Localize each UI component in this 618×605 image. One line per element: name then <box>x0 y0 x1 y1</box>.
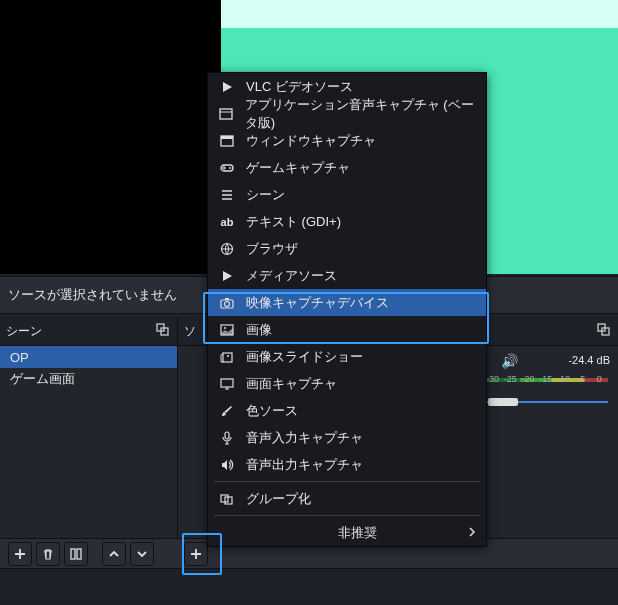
menu-item[interactable]: 画面キャプチャ <box>208 370 486 397</box>
svg-rect-9 <box>221 165 233 171</box>
add-source-menu: VLC ビデオソースアプリケーション音声キャプチャ (ベータ版)ウィンドウキャプ… <box>207 72 487 547</box>
menu-item-label: シーン <box>246 186 285 204</box>
svg-rect-0 <box>157 324 164 331</box>
scene-item[interactable]: ゲーム画面 <box>0 368 177 390</box>
chevron-right-icon <box>468 525 476 540</box>
svg-point-16 <box>224 327 226 329</box>
svg-point-10 <box>229 167 231 169</box>
svg-rect-19 <box>221 379 233 387</box>
move-down-button[interactable] <box>130 542 154 566</box>
menu-item[interactable]: メディアソース <box>208 262 486 289</box>
move-up-button[interactable] <box>102 542 126 566</box>
menu-item-label: アプリケーション音声キャプチャ (ベータ版) <box>245 96 486 132</box>
menu-item-label: VLC ビデオソース <box>246 78 353 96</box>
play-icon <box>218 269 236 283</box>
svg-rect-15 <box>221 325 233 335</box>
dock-icon[interactable] <box>596 322 612 341</box>
menu-item[interactable]: 画像 <box>208 316 486 343</box>
svg-rect-8 <box>221 136 233 139</box>
speaker-icon: 🔊 <box>501 353 518 369</box>
svg-point-18 <box>227 355 229 357</box>
svg-rect-1 <box>161 328 168 335</box>
svg-rect-4 <box>71 549 75 559</box>
globe-icon <box>218 242 236 256</box>
scene-filters-button[interactable] <box>64 542 88 566</box>
menu-item-label: 画像スライドショー <box>246 348 363 366</box>
svg-rect-14 <box>225 298 229 300</box>
sources-title: ソ <box>184 323 196 340</box>
menu-item-label: テキスト (GDI+) <box>246 213 341 231</box>
remove-scene-button[interactable] <box>36 542 60 566</box>
svg-point-13 <box>225 301 230 306</box>
image-icon <box>218 323 236 337</box>
svg-rect-12 <box>221 300 233 308</box>
menu-item[interactable]: グループ化 <box>208 485 486 512</box>
menu-separator <box>214 515 480 516</box>
svg-rect-5 <box>77 549 81 559</box>
menu-item[interactable]: アプリケーション音声キャプチャ (ベータ版) <box>208 100 486 127</box>
svg-rect-3 <box>602 328 609 335</box>
speaker-icon <box>218 458 236 472</box>
mixer-tick: -5 <box>572 374 590 388</box>
menu-item-label: グループ化 <box>246 490 311 508</box>
svg-rect-6 <box>220 109 232 119</box>
status-text: ソースが選択されていません <box>8 286 177 304</box>
menu-item-label: 画像 <box>246 321 272 339</box>
svg-rect-17 <box>223 353 232 362</box>
play-icon <box>218 80 236 94</box>
menu-item[interactable]: 音声出力キャプチャ <box>208 451 486 478</box>
scenes-header: シーン <box>0 318 177 346</box>
add-scene-button[interactable] <box>8 542 32 566</box>
menu-item-label: 非推奨 <box>338 524 377 542</box>
monitor-icon <box>218 377 236 391</box>
scenes-list: OPゲーム画面 <box>0 346 177 538</box>
group-icon <box>218 492 236 506</box>
menu-item[interactable]: ブラウザ <box>208 235 486 262</box>
menu-item-label: ブラウザ <box>246 240 298 258</box>
menu-item[interactable]: 画像スライドショー <box>208 343 486 370</box>
svg-point-11 <box>222 243 233 254</box>
svg-rect-2 <box>598 324 605 331</box>
menu-item[interactable]: 音声入力キャプチャ <box>208 424 486 451</box>
window2-icon <box>218 107 235 121</box>
svg-rect-20 <box>225 432 229 439</box>
menu-item[interactable]: シーン <box>208 181 486 208</box>
menu-item-label: 映像キャプチャデバイス <box>246 294 389 312</box>
mic-icon <box>218 431 236 445</box>
mixer-tick: -25 <box>501 374 519 388</box>
menu-item-label: 音声出力キャプチャ <box>246 456 363 474</box>
add-source-button[interactable] <box>184 542 208 566</box>
gamepad-icon <box>218 161 236 175</box>
scene-item[interactable]: OP <box>0 346 177 368</box>
scenes-panel: シーン OPゲーム画面 <box>0 318 178 538</box>
preview-content-top <box>221 0 618 28</box>
menu-item-label: 画面キャプチャ <box>246 375 337 393</box>
menu-separator <box>214 481 480 482</box>
menu-item-label: 色ソース <box>246 402 298 420</box>
menu-item[interactable]: ゲームキャプチャ <box>208 154 486 181</box>
mixer-tick: -15 <box>537 374 555 388</box>
dock-icon[interactable] <box>155 322 171 341</box>
menu-item[interactable]: 色ソース <box>208 397 486 424</box>
svg-rect-22 <box>225 497 232 504</box>
brush-icon <box>218 404 236 418</box>
mixer-volume-thumb[interactable] <box>488 398 518 406</box>
mixer-db: -24.4 dB <box>568 354 610 366</box>
menu-item[interactable]: 映像キャプチャデバイス <box>208 289 486 316</box>
menu-item-label: 音声入力キャプチャ <box>246 429 363 447</box>
bars-icon <box>218 188 236 202</box>
menu-item-label: メディアソース <box>246 267 337 285</box>
mixer-tick: -20 <box>519 374 537 388</box>
window-icon <box>218 134 236 148</box>
camera-icon <box>218 296 236 310</box>
svg-rect-7 <box>221 136 233 146</box>
slides-icon <box>218 350 236 364</box>
menu-item[interactable]: abテキスト (GDI+) <box>208 208 486 235</box>
mixer-tick: -10 <box>555 374 573 388</box>
svg-rect-21 <box>221 495 228 502</box>
text-icon: ab <box>218 216 236 228</box>
footer <box>0 568 618 605</box>
menu-item-label: ゲームキャプチャ <box>246 159 350 177</box>
menu-item[interactable]: 非推奨 <box>208 519 486 546</box>
scenes-title: シーン <box>6 323 42 340</box>
